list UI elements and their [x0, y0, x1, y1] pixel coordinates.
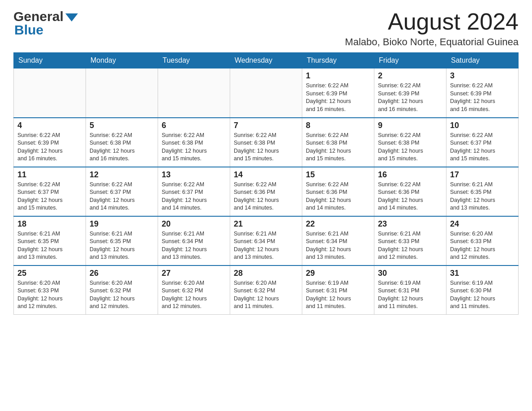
day-info: Sunrise: 6:21 AMSunset: 6:35 PMDaylight:…	[17, 230, 82, 261]
day-info: Sunrise: 6:22 AMSunset: 6:39 PMDaylight:…	[450, 82, 515, 113]
calendar-week-row: 25Sunrise: 6:20 AMSunset: 6:33 PMDayligh…	[14, 265, 519, 315]
day-number: 3	[450, 71, 515, 81]
logo: General Blue	[13, 9, 78, 38]
title-section: August 2024 Malabo, Bioko Norte, Equator…	[345, 9, 519, 48]
calendar-cell: 10Sunrise: 6:22 AMSunset: 6:37 PMDayligh…	[446, 118, 519, 167]
day-number: 30	[378, 269, 442, 278]
calendar-cell: 2Sunrise: 6:22 AMSunset: 6:39 PMDaylight…	[374, 68, 446, 118]
calendar-cell: 26Sunrise: 6:20 AMSunset: 6:32 PMDayligh…	[86, 265, 158, 315]
logo-general-text: General	[13, 9, 64, 24]
day-info: Sunrise: 6:21 AMSunset: 6:34 PMDaylight:…	[234, 230, 298, 261]
calendar-cell	[86, 68, 158, 118]
day-info: Sunrise: 6:22 AMSunset: 6:38 PMDaylight:…	[306, 132, 370, 163]
day-info: Sunrise: 6:19 AMSunset: 6:30 PMDaylight:…	[450, 279, 515, 311]
calendar-header-monday: Monday	[86, 53, 158, 68]
calendar-week-row: 18Sunrise: 6:21 AMSunset: 6:35 PMDayligh…	[14, 216, 519, 265]
day-info: Sunrise: 6:21 AMSunset: 6:34 PMDaylight:…	[162, 230, 226, 261]
day-number: 20	[162, 219, 226, 229]
calendar-table: SundayMondayTuesdayWednesdayThursdayFrid…	[13, 52, 519, 315]
calendar-header-tuesday: Tuesday	[158, 53, 230, 68]
calendar-header-sunday: Sunday	[14, 53, 86, 68]
calendar-cell: 22Sunrise: 6:21 AMSunset: 6:34 PMDayligh…	[302, 216, 374, 265]
day-info: Sunrise: 6:22 AMSunset: 6:36 PMDaylight:…	[378, 181, 442, 212]
day-number: 4	[17, 121, 82, 130]
day-number: 22	[306, 219, 370, 229]
calendar-cell: 15Sunrise: 6:22 AMSunset: 6:36 PMDayligh…	[302, 167, 374, 216]
calendar-cell: 8Sunrise: 6:22 AMSunset: 6:38 PMDaylight…	[302, 118, 374, 167]
logo-blue-text: Blue	[14, 22, 78, 38]
day-number: 10	[450, 121, 515, 130]
day-info: Sunrise: 6:22 AMSunset: 6:38 PMDaylight:…	[378, 132, 442, 163]
calendar-cell: 11Sunrise: 6:22 AMSunset: 6:37 PMDayligh…	[14, 167, 86, 216]
calendar-cell: 25Sunrise: 6:20 AMSunset: 6:33 PMDayligh…	[14, 265, 86, 315]
calendar-cell: 1Sunrise: 6:22 AMSunset: 6:39 PMDaylight…	[302, 68, 374, 118]
calendar-cell	[14, 68, 86, 118]
calendar-header-saturday: Saturday	[446, 53, 519, 68]
day-info: Sunrise: 6:22 AMSunset: 6:37 PMDaylight:…	[450, 132, 515, 163]
calendar-cell: 12Sunrise: 6:22 AMSunset: 6:37 PMDayligh…	[86, 167, 158, 216]
day-info: Sunrise: 6:20 AMSunset: 6:33 PMDaylight:…	[450, 230, 515, 261]
day-number: 14	[234, 170, 298, 180]
calendar-cell: 31Sunrise: 6:19 AMSunset: 6:30 PMDayligh…	[446, 265, 519, 315]
day-number: 15	[306, 170, 370, 180]
day-number: 23	[378, 219, 442, 229]
calendar-header-thursday: Thursday	[302, 53, 374, 68]
day-number: 9	[378, 121, 442, 130]
logo-arrow-icon	[65, 13, 78, 21]
calendar-cell: 9Sunrise: 6:22 AMSunset: 6:38 PMDaylight…	[374, 118, 446, 167]
day-info: Sunrise: 6:21 AMSunset: 6:35 PMDaylight:…	[90, 230, 154, 261]
calendar-cell: 6Sunrise: 6:22 AMSunset: 6:38 PMDaylight…	[158, 118, 230, 167]
day-number: 26	[90, 269, 154, 278]
day-info: Sunrise: 6:21 AMSunset: 6:34 PMDaylight:…	[306, 230, 370, 261]
location-title: Malabo, Bioko Norte, Equatorial Guinea	[345, 36, 519, 48]
calendar-cell: 4Sunrise: 6:22 AMSunset: 6:39 PMDaylight…	[14, 118, 86, 167]
day-number: 6	[162, 121, 226, 130]
day-info: Sunrise: 6:20 AMSunset: 6:33 PMDaylight:…	[17, 279, 82, 311]
calendar-cell: 20Sunrise: 6:21 AMSunset: 6:34 PMDayligh…	[158, 216, 230, 265]
calendar-cell: 17Sunrise: 6:21 AMSunset: 6:35 PMDayligh…	[446, 167, 519, 216]
calendar-cell: 29Sunrise: 6:19 AMSunset: 6:31 PMDayligh…	[302, 265, 374, 315]
day-number: 12	[90, 170, 154, 180]
calendar-cell: 24Sunrise: 6:20 AMSunset: 6:33 PMDayligh…	[446, 216, 519, 265]
day-info: Sunrise: 6:22 AMSunset: 6:38 PMDaylight:…	[90, 132, 154, 163]
calendar-header-wednesday: Wednesday	[230, 53, 302, 68]
calendar-cell: 28Sunrise: 6:20 AMSunset: 6:32 PMDayligh…	[230, 265, 302, 315]
day-number: 25	[17, 269, 82, 278]
day-info: Sunrise: 6:19 AMSunset: 6:31 PMDaylight:…	[306, 279, 370, 311]
calendar-cell: 21Sunrise: 6:21 AMSunset: 6:34 PMDayligh…	[230, 216, 302, 265]
day-info: Sunrise: 6:22 AMSunset: 6:37 PMDaylight:…	[90, 181, 154, 212]
day-number: 13	[162, 170, 226, 180]
day-number: 16	[378, 170, 442, 180]
calendar-cell: 5Sunrise: 6:22 AMSunset: 6:38 PMDaylight…	[86, 118, 158, 167]
calendar-week-row: 1Sunrise: 6:22 AMSunset: 6:39 PMDaylight…	[14, 68, 519, 118]
page-header: General Blue August 2024 Malabo, Bioko N…	[13, 9, 519, 48]
day-number: 8	[306, 121, 370, 130]
calendar-cell: 7Sunrise: 6:22 AMSunset: 6:38 PMDaylight…	[230, 118, 302, 167]
day-number: 18	[17, 219, 82, 229]
day-number: 11	[17, 170, 82, 180]
calendar-cell: 30Sunrise: 6:19 AMSunset: 6:31 PMDayligh…	[374, 265, 446, 315]
day-info: Sunrise: 6:20 AMSunset: 6:32 PMDaylight:…	[90, 279, 154, 311]
day-info: Sunrise: 6:21 AMSunset: 6:33 PMDaylight:…	[378, 230, 442, 261]
day-number: 7	[234, 121, 298, 130]
day-info: Sunrise: 6:22 AMSunset: 6:39 PMDaylight:…	[306, 82, 370, 113]
calendar-cell: 3Sunrise: 6:22 AMSunset: 6:39 PMDaylight…	[446, 68, 519, 118]
day-number: 21	[234, 219, 298, 229]
calendar-cell	[158, 68, 230, 118]
calendar-cell: 27Sunrise: 6:20 AMSunset: 6:32 PMDayligh…	[158, 265, 230, 315]
day-info: Sunrise: 6:22 AMSunset: 6:36 PMDaylight:…	[234, 181, 298, 212]
calendar-cell: 18Sunrise: 6:21 AMSunset: 6:35 PMDayligh…	[14, 216, 86, 265]
day-info: Sunrise: 6:19 AMSunset: 6:31 PMDaylight:…	[378, 279, 442, 311]
day-info: Sunrise: 6:22 AMSunset: 6:37 PMDaylight:…	[162, 181, 226, 212]
day-number: 2	[378, 71, 442, 81]
calendar-cell	[230, 68, 302, 118]
day-number: 19	[90, 219, 154, 229]
day-info: Sunrise: 6:22 AMSunset: 6:39 PMDaylight:…	[378, 82, 442, 113]
calendar-week-row: 4Sunrise: 6:22 AMSunset: 6:39 PMDaylight…	[14, 118, 519, 167]
day-number: 31	[450, 269, 515, 278]
day-info: Sunrise: 6:20 AMSunset: 6:32 PMDaylight:…	[234, 279, 298, 311]
day-number: 24	[450, 219, 515, 229]
calendar-cell: 16Sunrise: 6:22 AMSunset: 6:36 PMDayligh…	[374, 167, 446, 216]
day-number: 5	[90, 121, 154, 130]
calendar-header-friday: Friday	[374, 53, 446, 68]
